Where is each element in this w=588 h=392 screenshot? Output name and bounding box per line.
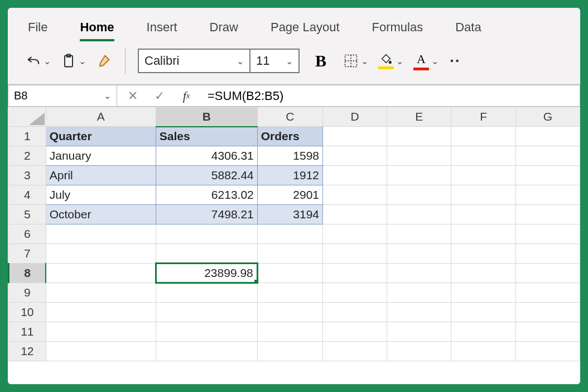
cell-E10[interactable] <box>387 303 451 322</box>
row-header-8[interactable]: 8 <box>9 264 46 283</box>
cell-C12[interactable] <box>257 342 322 361</box>
cell-C11[interactable] <box>257 322 322 342</box>
row-header-7[interactable]: 7 <box>9 244 46 264</box>
cell-E11[interactable] <box>387 322 451 342</box>
cell-G6[interactable] <box>515 224 580 244</box>
cell-E8[interactable] <box>387 264 451 283</box>
cell-D8[interactable] <box>323 264 387 283</box>
cell-C7[interactable] <box>257 244 322 264</box>
cell-F11[interactable] <box>451 322 515 342</box>
cell-E5[interactable] <box>387 205 451 224</box>
cell-A10[interactable] <box>46 303 156 322</box>
fill-color-button[interactable]: ⌄ <box>377 50 404 72</box>
borders-button[interactable]: ⌄ <box>342 50 369 72</box>
cell-D3[interactable] <box>323 166 387 185</box>
row-header-5[interactable]: 5 <box>9 205 46 224</box>
cell-G3[interactable] <box>515 166 580 185</box>
column-header-A[interactable]: A <box>46 107 156 127</box>
cell-C8[interactable] <box>257 264 322 283</box>
cell-B3[interactable]: 5882.44 <box>156 166 257 185</box>
column-header-E[interactable]: E <box>387 107 451 127</box>
cell-G9[interactable] <box>515 283 580 303</box>
cell-E9[interactable] <box>387 283 451 303</box>
tab-file[interactable]: File <box>28 20 47 41</box>
cell-F8[interactable] <box>451 264 515 283</box>
cell-A4[interactable]: July <box>46 185 156 205</box>
cell-F7[interactable] <box>451 244 515 264</box>
cell-C10[interactable] <box>257 303 322 322</box>
cell-D11[interactable] <box>323 322 387 342</box>
cell-C6[interactable] <box>257 224 322 244</box>
font-color-button[interactable]: A ⌄ <box>412 50 440 72</box>
cell-C4[interactable]: 2901 <box>257 185 322 205</box>
cell-B9[interactable] <box>156 283 257 303</box>
cell-F1[interactable] <box>451 127 515 146</box>
row-header-1[interactable]: 1 <box>9 127 46 146</box>
column-header-D[interactable]: D <box>323 107 387 127</box>
tab-data[interactable]: Data <box>455 20 481 41</box>
cell-C5[interactable]: 3194 <box>257 205 322 224</box>
tab-formulas[interactable]: Formulas <box>372 20 423 41</box>
cell-D5[interactable] <box>323 205 387 224</box>
cell-A3[interactable]: April <box>46 166 156 185</box>
select-all-corner[interactable] <box>9 107 46 127</box>
tab-page-layout[interactable]: Page Layout <box>271 20 340 41</box>
cell-F10[interactable] <box>451 303 515 322</box>
paste-button[interactable]: ⌄ <box>60 50 87 72</box>
row-header-4[interactable]: 4 <box>9 185 46 205</box>
row-header-2[interactable]: 2 <box>9 146 46 166</box>
row-header-6[interactable]: 6 <box>9 224 46 244</box>
format-painter-button[interactable] <box>95 50 113 72</box>
cell-A2[interactable]: January <box>46 146 156 166</box>
cell-F6[interactable] <box>451 224 515 244</box>
cell-D9[interactable] <box>323 283 387 303</box>
bold-button[interactable]: B <box>314 50 327 72</box>
cell-F12[interactable] <box>451 342 515 361</box>
font-name-select[interactable]: Calibri ⌄ <box>139 50 250 72</box>
cell-G8[interactable] <box>515 264 580 283</box>
cell-E12[interactable] <box>387 342 451 361</box>
cell-D6[interactable] <box>323 224 387 244</box>
cell-G5[interactable] <box>515 205 580 224</box>
column-header-B[interactable]: B <box>156 107 257 127</box>
row-header-9[interactable]: 9 <box>9 283 46 303</box>
column-header-F[interactable]: F <box>451 107 515 127</box>
cell-G11[interactable] <box>515 322 580 342</box>
row-header-11[interactable]: 11 <box>9 322 46 342</box>
cell-C9[interactable] <box>257 283 322 303</box>
formula-input[interactable]: =SUM(B2:B5) <box>202 85 580 107</box>
cell-G1[interactable] <box>515 127 580 146</box>
cell-B10[interactable] <box>156 303 257 322</box>
more-options-button[interactable]: ·· <box>450 52 461 70</box>
cell-C2[interactable]: 1598 <box>257 146 322 166</box>
insert-function-button[interactable]: fx <box>175 89 197 103</box>
cell-B4[interactable]: 6213.02 <box>156 185 257 205</box>
cell-D10[interactable] <box>323 303 387 322</box>
cell-B8[interactable]: 23899.98 <box>156 264 257 283</box>
cell-A7[interactable] <box>46 244 156 264</box>
cell-E2[interactable] <box>387 146 451 166</box>
cell-A5[interactable]: October <box>46 205 156 224</box>
cell-F9[interactable] <box>451 283 515 303</box>
tab-home[interactable]: Home <box>80 20 114 41</box>
cell-A11[interactable] <box>46 322 156 342</box>
cell-E4[interactable] <box>387 185 451 205</box>
cell-D4[interactable] <box>323 185 387 205</box>
cell-F3[interactable] <box>451 166 515 185</box>
cell-B12[interactable] <box>156 342 257 361</box>
cell-F4[interactable] <box>451 185 515 205</box>
name-box[interactable]: B8 ⌄ <box>8 85 117 107</box>
cell-B11[interactable] <box>156 322 257 342</box>
cell-G10[interactable] <box>515 303 580 322</box>
cell-G4[interactable] <box>515 185 580 205</box>
spreadsheet-grid[interactable]: ABCDEFG1QuarterSalesOrders2January4306.3… <box>8 107 580 384</box>
cell-B7[interactable] <box>156 244 257 264</box>
cell-A8[interactable] <box>46 264 156 283</box>
cell-E6[interactable] <box>387 224 451 244</box>
cell-A12[interactable] <box>46 342 156 361</box>
cell-A9[interactable] <box>46 283 156 303</box>
font-size-select[interactable]: 11 ⌄ <box>250 50 298 72</box>
cell-G12[interactable] <box>515 342 580 361</box>
cell-A6[interactable] <box>46 224 156 244</box>
accept-formula-button[interactable]: ✓ <box>148 89 171 103</box>
